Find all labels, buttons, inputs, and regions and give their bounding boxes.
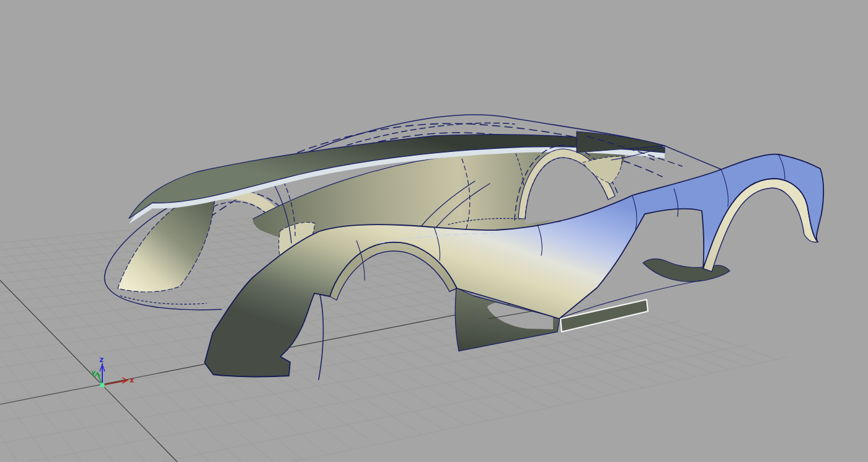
origin-point-marker — [100, 383, 105, 388]
axis-label-z: z — [99, 355, 104, 364]
axis-label-x: x — [130, 376, 134, 384]
cad-perspective-viewport[interactable]: zYx — [0, 0, 868, 462]
cad-app-window: zYx — [0, 0, 868, 462]
axis-label-y: Y — [91, 370, 96, 378]
